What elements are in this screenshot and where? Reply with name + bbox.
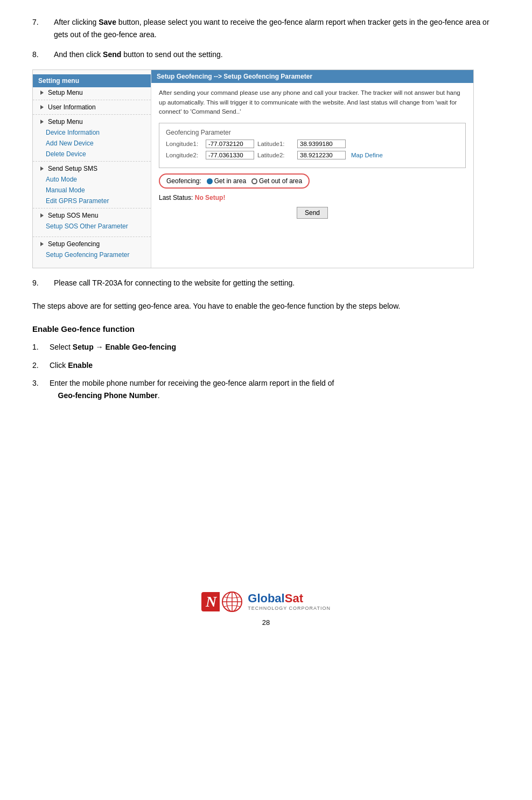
step-8: 8. And then click Send button to send ou… bbox=[32, 48, 500, 61]
longitude2-label: Longitude2: bbox=[166, 152, 202, 158]
enable-step-3-num: 3. bbox=[32, 377, 50, 402]
sidebar-item-setup-menu-2: Setup Menu bbox=[33, 116, 151, 127]
enable-step-1: 1. Select Setup → Enable Geo-fencing bbox=[32, 341, 500, 353]
step-8-bold: Send bbox=[103, 50, 121, 59]
last-status-label: Last Status: bbox=[159, 194, 193, 201]
logo-globe-icon bbox=[221, 590, 243, 613]
sidebar-item-sos-menu: Setup SOS Menu bbox=[33, 210, 151, 221]
logo: N GlobalSat TECHNOLOGY CORPORATION bbox=[201, 590, 331, 613]
get-out-area-option[interactable]: Get out of area bbox=[251, 177, 302, 185]
page-number: 28 bbox=[262, 618, 270, 627]
screenshot-sidebar: Setting menu Setup Menu User Information… bbox=[33, 70, 151, 268]
step-7-bold: Save bbox=[99, 18, 116, 26]
sidebar-label-manual-mode: Manual Mode bbox=[46, 186, 85, 194]
sidebar-label-gprs: Edit GPRS Parameter bbox=[46, 197, 109, 205]
step-7: 7. After clicking Save button, please se… bbox=[32, 16, 500, 41]
paragraph-text: The steps above are for setting geo-fenc… bbox=[32, 300, 500, 312]
main-panel-header: Setup Geofencing --> Setup Geofencing Pa… bbox=[151, 70, 473, 83]
sidebar-divider-3 bbox=[33, 161, 151, 162]
radio-filled-icon bbox=[207, 178, 213, 184]
enable-step-3-end: . bbox=[158, 391, 160, 400]
sidebar-divider-2 bbox=[33, 114, 151, 115]
sidebar-label-sos-number: Setup SOS Other Parameter bbox=[46, 222, 128, 230]
sidebar-item-enable-geofencing: Setup Geofencing Parameter bbox=[33, 249, 151, 260]
sidebar-label-setup-menu-1: Setup Menu bbox=[48, 89, 83, 96]
latitude1-label: Latitude1: bbox=[257, 141, 294, 147]
info-text: After sending your command please use an… bbox=[159, 88, 466, 116]
enable-steps-list: 1. Select Setup → Enable Geo-fencing 2. … bbox=[32, 341, 500, 401]
step-7-text-after: button, please select you want to receiv… bbox=[54, 18, 489, 39]
logo-n-letter: N bbox=[201, 592, 220, 611]
sidebar-item-gprs: Edit GPRS Parameter bbox=[33, 196, 151, 206]
last-status: Last Status: No Setup! bbox=[159, 194, 466, 201]
longitude1-label: Longitude1: bbox=[166, 141, 202, 147]
last-status-value: No Setup! bbox=[195, 194, 226, 201]
sidebar-item-add-device: Add New Device bbox=[33, 138, 151, 149]
sidebar-item-setup-menu-1: Setup Menu bbox=[33, 87, 151, 98]
geo-param-box: Geofencing Parameter Longitude1: Latitud… bbox=[159, 123, 466, 168]
step-8-text-after: button to send out the setting. bbox=[121, 50, 222, 59]
enable-step-1-num: 1. bbox=[32, 341, 50, 353]
latitude1-input[interactable] bbox=[297, 140, 346, 148]
step-7-content: After clicking Save button, please selec… bbox=[54, 16, 500, 41]
arrow-icon-1 bbox=[40, 91, 44, 95]
latitude2-input[interactable] bbox=[297, 151, 346, 159]
sidebar-item-user-info: User Information bbox=[33, 102, 151, 113]
sidebar-divider-4 bbox=[33, 208, 151, 208]
sidebar-item-auto-mode: Auto Mode bbox=[33, 174, 151, 185]
sidebar-item-manual-mode: Manual Mode bbox=[33, 185, 151, 196]
arrow-icon-user-info bbox=[40, 105, 44, 109]
map-define-link[interactable]: Map Define bbox=[351, 152, 383, 158]
sidebar-label-send-setup: Send Setup SMS bbox=[48, 165, 97, 172]
screenshot-image: Setting menu Setup Menu User Information… bbox=[32, 69, 474, 268]
get-in-area-option[interactable]: Get in area bbox=[207, 177, 246, 185]
sidebar-item-send-setup: Send Setup SMS bbox=[33, 163, 151, 174]
enable-step-2-content: Click Enable bbox=[50, 359, 500, 372]
send-button[interactable]: Send bbox=[297, 207, 328, 219]
logo-sat-text: Sat bbox=[285, 592, 303, 605]
screenshot-main-panel: Setup Geofencing --> Setup Geofencing Pa… bbox=[151, 70, 473, 268]
sidebar-label-device-info: Device Information bbox=[46, 129, 100, 136]
sidebar-label-auto-mode: Auto Mode bbox=[46, 176, 77, 183]
sidebar-label-add-device: Add New Device bbox=[46, 140, 94, 147]
enable-step-2-num: 2. bbox=[32, 359, 50, 372]
sidebar-divider-5 bbox=[33, 236, 151, 237]
arrow-icon-5 bbox=[40, 242, 44, 246]
enable-step-1-content: Select Setup → Enable Geo-fencing bbox=[50, 341, 500, 353]
longitude2-input[interactable] bbox=[206, 151, 254, 159]
enable-step-2-text: Click bbox=[50, 361, 68, 370]
step-8-num: 8. bbox=[32, 48, 54, 61]
geo-row-2: Longitude2: Latitude2: Map Define bbox=[166, 151, 459, 159]
get-out-area-label: Get out of area bbox=[259, 177, 302, 185]
geo-param-title: Geofencing Parameter bbox=[166, 129, 459, 136]
geofencing-label: Geofencing: bbox=[166, 177, 201, 185]
sidebar-label-setup-menu-2: Setup Menu bbox=[48, 118, 83, 126]
sidebar-item-device-info: Device Information bbox=[33, 127, 151, 138]
geofencing-options-row: Geofencing: Get in area Get out of area bbox=[159, 173, 310, 189]
latitude2-label: Latitude2: bbox=[257, 152, 294, 158]
sidebar-item-geofencing-menu: Setup Geofencing bbox=[33, 239, 151, 249]
sidebar-label-delete-device: Delete Device bbox=[46, 150, 86, 158]
step-8-content: And then click Send button to send out t… bbox=[54, 48, 500, 61]
enable-step-3-content: Enter the mobile phone number for receiv… bbox=[50, 377, 500, 402]
step-8-text-before: And then click bbox=[54, 50, 103, 59]
arrow-icon-4 bbox=[40, 213, 44, 218]
enable-step-2: 2. Click Enable bbox=[32, 359, 500, 372]
sidebar-item-sos-number: Setup SOS Other Parameter bbox=[33, 221, 151, 232]
step-9-content: Please call TR-203A for connecting to th… bbox=[54, 277, 500, 289]
sidebar-item-setup-geofencing-param bbox=[33, 260, 151, 263]
sidebar-label-geofencing-menu: Setup Geofencing bbox=[48, 240, 100, 248]
step-7-text-before: After clicking bbox=[54, 18, 99, 26]
logo-global-text: Global bbox=[248, 592, 284, 605]
longitude1-input[interactable] bbox=[206, 140, 254, 148]
sidebar-label-enable-geofencing: Setup Geofencing Parameter bbox=[46, 251, 129, 259]
sidebar-divider-1 bbox=[33, 100, 151, 100]
enable-step-3: 3. Enter the mobile phone number for rec… bbox=[32, 377, 500, 402]
arrow-icon-3 bbox=[40, 166, 44, 171]
enable-step-1-bold: Setup → Enable Geo-fencing bbox=[73, 343, 176, 351]
logo-tagline: TECHNOLOGY CORPORATION bbox=[248, 606, 331, 611]
enable-step-2-bold: Enable bbox=[68, 361, 93, 370]
sidebar-item-delete-device: Delete Device bbox=[33, 149, 151, 159]
footer: N GlobalSat TECHNOLOGY CORPORATION 28 bbox=[32, 574, 500, 627]
section-heading: Enable Geo-fence function bbox=[32, 324, 500, 333]
